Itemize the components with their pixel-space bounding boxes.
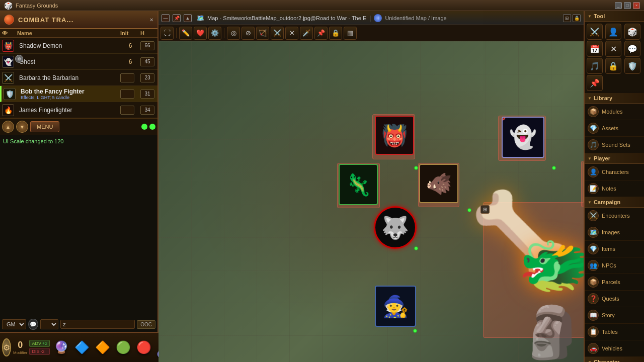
map-minimize-button[interactable]: ▲: [184, 14, 192, 22]
dice-tray: 🔮 🔷 🔶 🟢 🔴 ▲ ⬤: [52, 335, 169, 359]
ooc-button[interactable]: OOC: [137, 320, 155, 329]
toolbar-sep-1: [176, 28, 177, 38]
avatar-james: 🔥: [2, 104, 14, 116]
tool-section-header[interactable]: ▼ Tool: [585, 11, 644, 22]
avatar-bob: 🛡️: [4, 88, 16, 100]
tables-item[interactable]: 📋 Tables: [585, 324, 644, 340]
notes-item[interactable]: 📝 Notes: [585, 180, 644, 197]
name-barbara: Barbara the Barbarian: [17, 74, 120, 81]
sound-sets-item[interactable]: 🎵 Sound Sets: [585, 137, 644, 153]
next-turn-button[interactable]: ▼: [16, 121, 28, 133]
dagger-tool[interactable]: 🗡️: [300, 27, 313, 40]
combat-menu-button[interactable]: MENU: [30, 121, 59, 132]
library-section-header[interactable]: ▼ Library: [585, 93, 644, 104]
token-creature-2[interactable]: 🐗: [419, 164, 458, 203]
hp-james: 34: [140, 106, 155, 115]
tool-chat[interactable]: 💬: [624, 41, 640, 57]
story-label: Story: [602, 312, 615, 318]
player-label: Player: [594, 155, 610, 161]
map-canvas[interactable]: 🦴 🐲 👹 👻 ⚙ 🦎 🐗 🦅: [158, 41, 584, 362]
npcs-item[interactable]: 👥 NPCs: [585, 257, 644, 274]
combat-row[interactable]: ⚔️ Barbara the Barbarian 23: [0, 70, 157, 86]
prev-turn-button[interactable]: ▲: [2, 121, 14, 133]
lock-tool[interactable]: 🔒: [329, 27, 342, 40]
combat-row[interactable]: 👻 Ghost ⚙ 6 45: [0, 54, 157, 70]
minimize-button[interactable]: _: [615, 2, 622, 9]
remove-tool[interactable]: ✕: [285, 27, 298, 40]
arrow-tool[interactable]: 🏹: [256, 27, 269, 40]
dice-10[interactable]: 🔶: [93, 335, 112, 359]
map-grid-button[interactable]: ⊞: [563, 14, 571, 22]
ui-scale-message: UI Scale changed to 120: [2, 137, 155, 145]
config-tool[interactable]: ⚙️: [208, 27, 221, 40]
tool-shield[interactable]: 🛡️: [624, 58, 640, 74]
map-lock-button[interactable]: 🔒: [573, 14, 581, 22]
assets-item[interactable]: 💎 Assets: [585, 120, 644, 137]
story-item[interactable]: 📖 Story: [585, 307, 644, 324]
modules-item[interactable]: 📦 Modules: [585, 104, 644, 120]
parcels-item[interactable]: 📦 Parcels: [585, 274, 644, 291]
dice-12[interactable]: 🔷: [72, 335, 92, 359]
items-item[interactable]: 💎 Items: [585, 241, 644, 257]
tool-character[interactable]: 👤: [605, 24, 621, 40]
grid-tool[interactable]: ▦: [344, 27, 357, 40]
character-section-header[interactable]: ▼ Character: [585, 357, 644, 362]
settings-button[interactable]: ⚙: [2, 338, 11, 356]
encounters-item[interactable]: ⚔️ Encounters: [585, 208, 644, 224]
fullscreen-tool[interactable]: ⛶: [160, 27, 174, 40]
combat-row-active[interactable]: 🛡️ Bob the Fancy Fighter Effects: LIGHT;…: [0, 86, 157, 102]
name-bob: Bob the Fancy Fighter Effects: LIGHT; 5 …: [19, 88, 120, 100]
characters-label: Characters: [602, 169, 629, 175]
characters-item[interactable]: 👤 Characters: [585, 164, 644, 180]
adv-dis-group: ADV +2 DIS -2: [29, 340, 50, 355]
tool-music[interactable]: 🎵: [587, 58, 603, 74]
combat-row[interactable]: 🔥 James Fingerlighter 34: [0, 102, 157, 118]
chat-type-select[interactable]: [40, 319, 59, 329]
hp-shadow-demon: 66: [140, 41, 155, 50]
token-active[interactable]: 🐺: [374, 206, 417, 249]
dice-6[interactable]: 🔴: [134, 335, 153, 359]
token-player-1[interactable]: 🧙: [375, 286, 416, 327]
window-controls[interactable]: _ □ ×: [615, 2, 640, 9]
token-ghost[interactable]: 👻 ⚙: [502, 117, 544, 158]
quests-item[interactable]: ❓ Quests: [585, 291, 644, 307]
images-item[interactable]: 🗺️ Images: [585, 224, 644, 241]
tool-calendar[interactable]: 📅: [587, 41, 603, 57]
vehicles-item[interactable]: 🚗 Vehicles: [585, 340, 644, 357]
target-tool[interactable]: ◎: [227, 27, 240, 40]
chat-text-input[interactable]: [60, 320, 135, 329]
dice-20[interactable]: 🔮: [52, 335, 71, 359]
campaign-label: Campaign: [594, 199, 620, 205]
tool-lock[interactable]: 🔒: [605, 58, 621, 74]
chat-icon-button[interactable]: 💬: [28, 319, 38, 330]
attack-tool[interactable]: ⚔️: [271, 27, 284, 40]
token-creature-3[interactable]: 🦅: [583, 162, 584, 203]
chat-messages: UI Scale changed to 120: [2, 137, 155, 319]
token-creature-1[interactable]: 🦎: [339, 164, 378, 205]
mask-tool[interactable]: ❤️: [194, 27, 207, 40]
chat-channel-select[interactable]: GM: [2, 319, 26, 329]
map-pin-button[interactable]: 📌: [173, 14, 181, 22]
combat-close[interactable]: ✕: [149, 17, 153, 23]
disadvantage-button[interactable]: DIS -2: [29, 348, 50, 355]
pin-tool[interactable]: 📌: [314, 27, 328, 40]
combat-row[interactable]: 👹 Shadow Demon 6 66: [0, 38, 157, 54]
tool-pin[interactable]: 📌: [587, 75, 603, 91]
tool-x[interactable]: ✕: [605, 41, 621, 57]
tool-sword[interactable]: ⚔️: [587, 24, 603, 40]
block-tool[interactable]: ⊘: [242, 27, 255, 40]
close-button[interactable]: ×: [633, 2, 640, 9]
tool-dice[interactable]: 🎲: [624, 24, 640, 40]
map-window-controls[interactable]: ⊞ 🔒: [563, 14, 581, 22]
modifier-count: 0: [18, 340, 23, 350]
player-section-header[interactable]: ▼ Player: [585, 153, 644, 164]
col-name: Name: [17, 30, 120, 36]
draw-tool[interactable]: ✏️: [179, 27, 192, 40]
campaign-section-header[interactable]: ▼ Campaign: [585, 197, 644, 208]
map-title-bar: — 📌 ▲ 🗺️ Map - SmiteworksBattleMap_outdo…: [158, 11, 584, 25]
advantage-button[interactable]: ADV +2: [29, 340, 50, 347]
maximize-button[interactable]: □: [624, 2, 631, 9]
dice-8[interactable]: 🟢: [114, 335, 133, 359]
token-shadow-demon[interactable]: 👹: [375, 116, 414, 155]
map-close-button[interactable]: —: [162, 14, 170, 22]
